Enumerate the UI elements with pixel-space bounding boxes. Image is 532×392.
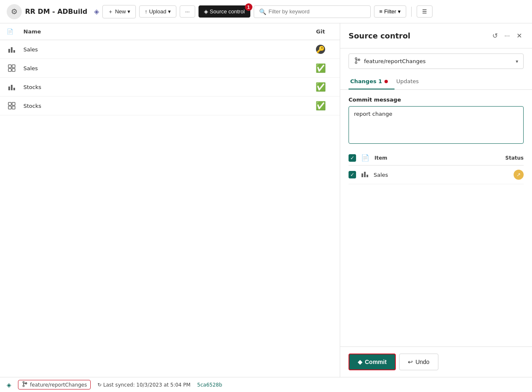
- panel-more-button[interactable]: ···: [503, 31, 512, 41]
- tab-updates[interactable]: Updates: [395, 74, 425, 89]
- check-circle-icon: ✅: [316, 63, 326, 73]
- bottom-branch-icon: [22, 381, 28, 388]
- upload-label: Upload: [149, 8, 166, 15]
- more-button[interactable]: ···: [180, 5, 195, 18]
- undo-label: Undo: [415, 359, 429, 365]
- sync-icon: ↻: [97, 382, 102, 388]
- search-input[interactable]: [269, 8, 365, 15]
- main-content: 📄 Name Git Sales 🔑 Sales ✅: [0, 23, 532, 377]
- table-row[interactable]: Stocks ✅: [0, 97, 340, 115]
- select-all-checkbox[interactable]: ✓: [349, 154, 356, 162]
- app-icon-symbol: ⚙: [11, 7, 18, 16]
- svg-point-21: [23, 385, 24, 387]
- svg-rect-13: [12, 106, 15, 109]
- commit-button[interactable]: ◆ Commit: [349, 354, 396, 370]
- svg-rect-1: [11, 47, 13, 53]
- bottom-sync[interactable]: ↻ Last synced: 10/3/2023 at 5:04 PM: [97, 382, 191, 388]
- svg-rect-0: [8, 49, 10, 53]
- grid-icon: [7, 101, 17, 111]
- svg-rect-2: [13, 50, 15, 53]
- new-button[interactable]: ＋ New ▾: [102, 5, 136, 18]
- changes-dot: [384, 80, 388, 83]
- tabs: Changes 1 Updates: [340, 74, 532, 90]
- new-chevron-icon: ▾: [127, 8, 130, 15]
- sync-text: Last synced: 10/3/2023 at 5:04 PM: [103, 382, 191, 388]
- panel-header: Source control ↺ ··· ✕: [340, 23, 532, 48]
- svg-rect-7: [8, 87, 10, 90]
- commit-message-input[interactable]: report change: [349, 106, 524, 144]
- check-circle-icon: ✅: [316, 82, 326, 92]
- svg-rect-11: [12, 102, 15, 105]
- app-icon: ⚙: [7, 4, 22, 19]
- diamond-icon: ◈: [94, 8, 99, 15]
- row-name-sales-1: Sales: [23, 46, 301, 53]
- bottom-branch-name: feature/reportChanges: [30, 382, 87, 388]
- svg-point-15: [355, 62, 357, 64]
- status-column-header: Status: [505, 155, 524, 161]
- check-circle-icon: ✅: [316, 101, 326, 111]
- source-control-label: Source control: [210, 8, 245, 15]
- branch-name: feature/reportChanges: [364, 58, 516, 64]
- commit-hash[interactable]: 5ca6528b: [197, 382, 222, 388]
- commit-button-icon: ◆: [358, 359, 362, 365]
- table-row[interactable]: Sales ✅: [0, 59, 340, 78]
- svg-rect-9: [13, 88, 15, 90]
- tab-changes-label: Changes 1: [350, 78, 382, 84]
- more-icon: ···: [185, 8, 190, 15]
- view-toggle-icon: ☰: [422, 8, 427, 15]
- filter-button[interactable]: ≡ Filter ▾: [374, 5, 406, 18]
- change-row[interactable]: ✓ Sales ↗: [349, 165, 524, 184]
- branch-chevron-icon: ▾: [516, 59, 518, 64]
- row-name-stocks-2: Stocks: [23, 103, 301, 109]
- table-row[interactable]: Sales 🔑: [0, 40, 340, 59]
- undo-button[interactable]: ↩ Undo: [399, 354, 438, 370]
- commit-button-label: Commit: [365, 359, 387, 365]
- commit-message-label: Commit message: [349, 97, 524, 103]
- topbar-divider: [411, 7, 412, 17]
- change-bar-chart-icon: [361, 170, 369, 179]
- file-icon-header: 📄: [361, 154, 369, 162]
- buttons-area: ◆ Commit ↩ Undo: [340, 346, 532, 377]
- row-name-stocks-1: Stocks: [23, 84, 301, 90]
- branch-selector[interactable]: feature/reportChanges ▾: [349, 53, 524, 69]
- svg-rect-17: [361, 173, 363, 177]
- close-button[interactable]: ✕: [515, 30, 524, 41]
- source-control-badge: 1: [245, 3, 252, 11]
- changes-header: ✓ 📄 Item Status: [349, 150, 524, 165]
- item-column-header: Item: [374, 155, 387, 161]
- source-control-button[interactable]: ◈ Source control 1: [199, 5, 250, 18]
- svg-rect-8: [11, 85, 13, 90]
- tab-updates-label: Updates: [396, 78, 419, 84]
- branch-icon: [354, 57, 361, 65]
- upload-chevron-icon: ▾: [168, 8, 171, 15]
- panel-title: Source control: [349, 31, 487, 40]
- svg-point-20: [23, 382, 24, 383]
- table-row[interactable]: Stocks ✅: [0, 78, 340, 97]
- new-label: New: [115, 8, 126, 15]
- bar-chart-icon: [7, 82, 17, 92]
- change-name: Sales: [374, 172, 509, 178]
- modified-status-icon: ↗: [514, 170, 524, 180]
- change-checkbox[interactable]: ✓: [349, 171, 356, 178]
- row-name-sales-2: Sales: [23, 65, 301, 71]
- changes-list: ✓ 📄 Item Status ✓ Sales ↗: [349, 150, 524, 340]
- tab-changes[interactable]: Changes 1: [349, 74, 395, 89]
- app-title: RR DM - ADBuild: [25, 8, 87, 15]
- filter-chevron-icon: ▾: [398, 8, 401, 15]
- row-status-stocks-2: ✅: [308, 101, 333, 111]
- bar-chart-icon: [7, 44, 17, 54]
- svg-rect-12: [8, 106, 11, 109]
- bottom-branch[interactable]: feature/reportChanges: [18, 380, 91, 389]
- upload-button[interactable]: ↑ Upload ▾: [139, 5, 176, 18]
- view-toggle-button[interactable]: ☰: [417, 5, 433, 18]
- file-header-icon: 📄: [7, 28, 17, 35]
- modified-icon-symbol: ↗: [517, 172, 521, 178]
- search-box[interactable]: 🔍: [254, 5, 371, 18]
- refresh-button[interactable]: ↺: [491, 30, 499, 41]
- svg-rect-10: [8, 102, 11, 105]
- left-panel: 📄 Name Git Sales 🔑 Sales ✅: [0, 23, 340, 377]
- row-status-stocks-1: ✅: [308, 82, 333, 92]
- search-icon: 🔍: [259, 8, 266, 15]
- filter-label: Filter: [384, 8, 396, 15]
- row-status-sales-1: 🔑: [308, 45, 333, 54]
